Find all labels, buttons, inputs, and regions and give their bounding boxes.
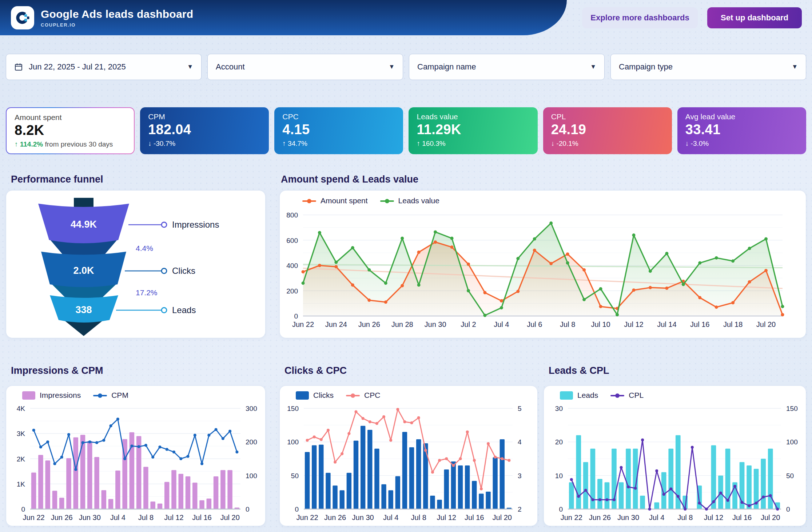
svg-text:Jul 12: Jul 12 — [164, 513, 183, 521]
kpi-label: Leads value — [417, 112, 529, 121]
svg-text:Impressions: Impressions — [172, 220, 219, 229]
leads-cpl-chart[interactable]: 0102030050100150Jun 22Jun 26Jun 30Jul 4J… — [544, 386, 807, 527]
up-arrow-icon: ↑ 114.2% — [15, 140, 43, 148]
kpi-card-cpc: CPC4.15↑ 34.7% — [274, 107, 403, 154]
svg-text:2.0K: 2.0K — [73, 265, 94, 276]
svg-text:600: 600 — [286, 237, 298, 244]
clicks-cpc-chart[interactable]: 0501001502345Jun 22Jun 26Jun 30Jul 4Jul … — [280, 386, 538, 527]
svg-text:Jul 6: Jul 6 — [527, 320, 542, 328]
kpi-label: CPM — [148, 112, 261, 121]
svg-text:Jun 30: Jun 30 — [79, 513, 101, 521]
spend-leads-chart-title: Amount spend & Leads value — [281, 174, 418, 185]
svg-text:17.2%: 17.2% — [136, 288, 158, 297]
svg-text:Jun 22: Jun 22 — [23, 513, 45, 521]
svg-text:10: 10 — [555, 472, 563, 480]
campaign-type-filter-label: Campaign type — [619, 62, 792, 72]
clicks-cpc-title: Clicks & CPC — [284, 365, 347, 376]
svg-text:50: 50 — [291, 472, 299, 480]
chevron-down-icon: ▼ — [590, 63, 596, 71]
svg-text:5: 5 — [518, 405, 522, 412]
svg-text:Jun 22: Jun 22 — [296, 513, 318, 521]
svg-text:2: 2 — [518, 505, 522, 513]
svg-text:Jul 12: Jul 12 — [624, 320, 643, 328]
svg-text:Jul 20: Jul 20 — [761, 513, 780, 521]
svg-text:Jun 22: Jun 22 — [292, 320, 314, 328]
impressions-cpm-chart[interactable]: 01K2K3K4K0100200300Jun 22Jun 26Jun 30Jul… — [6, 386, 266, 527]
account-filter[interactable]: Account ▼ — [207, 54, 403, 80]
impressions-cpm-card: ImpressionsCPM 01K2K3K4K0100200300Jun 22… — [6, 385, 266, 526]
svg-text:Jul 16: Jul 16 — [465, 513, 484, 521]
svg-text:0: 0 — [559, 505, 563, 513]
svg-text:0: 0 — [21, 505, 25, 513]
svg-text:Jul 14: Jul 14 — [657, 320, 676, 328]
kpi-delta: ↓ -20.1% — [551, 140, 664, 148]
kpi-value: 24.19 — [551, 122, 664, 137]
chevron-down-icon: ▼ — [187, 63, 193, 71]
svg-text:0: 0 — [786, 505, 790, 513]
header-actions: Explore more dashboards Set up dashboard — [582, 7, 802, 28]
svg-text:200: 200 — [286, 287, 298, 295]
down-arrow-icon: ↓ -20.1% — [551, 140, 578, 147]
svg-text:Jul 4: Jul 4 — [649, 513, 664, 521]
kpi-card-leads-value: Leads value11.29K↑ 160.3% — [409, 107, 537, 154]
date-range-filter[interactable]: Jun 22, 2025 - Jul 21, 2025 ▼ — [6, 54, 202, 80]
campaign-type-filter[interactable]: Campaign type ▼ — [610, 54, 806, 80]
kpi-card-avg-lead-value: Avg lead value33.41↓ -3.0% — [677, 107, 806, 154]
spend-leads-chart[interactable]: 0200400600800Jun 22Jun 24Jun 26Jun 28Jun… — [280, 191, 807, 339]
kpi-delta: ↑ 34.7% — [282, 140, 395, 148]
svg-text:Jul 8: Jul 8 — [411, 513, 426, 521]
svg-text:Jul 16: Jul 16 — [732, 513, 752, 521]
svg-text:50: 50 — [786, 472, 794, 480]
down-arrow-icon: ↓ -3.0% — [685, 140, 709, 147]
filter-bar: Jun 22, 2025 - Jul 21, 2025 ▼ Account ▼ … — [6, 54, 806, 80]
svg-text:Jul 20: Jul 20 — [756, 320, 776, 328]
svg-text:0: 0 — [294, 312, 298, 320]
spend-leads-chart-card: Amount spentLeads value 0200400600800Jun… — [279, 190, 806, 338]
performance-funnel-chart[interactable]: 44.9K2.0K338ImpressionsClicks4.4%Leads17… — [6, 191, 266, 339]
kpi-delta: ↑ 160.3% — [417, 140, 529, 148]
svg-text:3: 3 — [518, 472, 522, 480]
svg-text:100: 100 — [287, 438, 299, 446]
svg-text:0: 0 — [246, 505, 250, 513]
svg-text:Leads: Leads — [172, 305, 196, 315]
svg-text:Jun 26: Jun 26 — [324, 513, 346, 521]
kpi-delta: ↓ -30.7% — [148, 140, 261, 148]
svg-text:4K: 4K — [17, 405, 25, 412]
svg-text:44.9K: 44.9K — [71, 219, 97, 230]
kpi-row: Amount spent8.2K↑ 114.2% from previous 3… — [6, 107, 806, 152]
svg-text:20: 20 — [555, 438, 563, 446]
up-arrow-icon: ↑ 34.7% — [282, 140, 307, 147]
svg-text:Jul 20: Jul 20 — [493, 513, 512, 521]
impressions-cpm-title: Impressions & CPM — [11, 365, 103, 376]
leads-cpl-card: LeadsCPL 0102030050100150Jun 22Jun 26Jun… — [544, 385, 806, 526]
chevron-down-icon: ▼ — [792, 63, 798, 71]
svg-text:3K: 3K — [17, 430, 25, 437]
svg-text:Jul 16: Jul 16 — [192, 513, 211, 521]
svg-text:100: 100 — [786, 438, 798, 446]
page-title: Google Ads leads dashboard — [41, 8, 193, 20]
svg-text:Jul 2: Jul 2 — [461, 320, 476, 328]
svg-text:30: 30 — [555, 405, 563, 412]
svg-text:800: 800 — [286, 211, 298, 219]
svg-text:Jun 28: Jun 28 — [391, 320, 413, 328]
kpi-value: 11.29K — [417, 122, 529, 137]
calendar-icon — [14, 63, 23, 71]
svg-text:338: 338 — [75, 304, 92, 315]
svg-text:Jul 12: Jul 12 — [704, 513, 723, 521]
svg-text:Jun 30: Jun 30 — [425, 320, 446, 328]
svg-text:0: 0 — [295, 505, 299, 513]
svg-text:200: 200 — [246, 438, 257, 446]
kpi-value: 8.2K — [15, 123, 126, 138]
up-arrow-icon: ↑ 160.3% — [417, 140, 445, 147]
svg-text:Jul 8: Jul 8 — [138, 513, 154, 521]
svg-text:Jul 18: Jul 18 — [723, 320, 743, 328]
campaign-name-filter[interactable]: Campaign name ▼ — [409, 54, 605, 80]
explore-more-dashboards-button[interactable]: Explore more dashboards — [582, 7, 698, 28]
svg-text:Jul 20: Jul 20 — [220, 513, 239, 521]
kpi-card-amount-spent: Amount spent8.2K↑ 114.2% from previous 3… — [6, 107, 135, 154]
down-arrow-icon: ↓ -30.7% — [148, 140, 175, 147]
svg-text:300: 300 — [246, 405, 257, 412]
svg-text:4: 4 — [518, 438, 522, 446]
kpi-delta: ↑ 114.2% from previous 30 days — [15, 140, 126, 148]
set-up-dashboard-button[interactable]: Set up dashboard — [707, 7, 802, 28]
